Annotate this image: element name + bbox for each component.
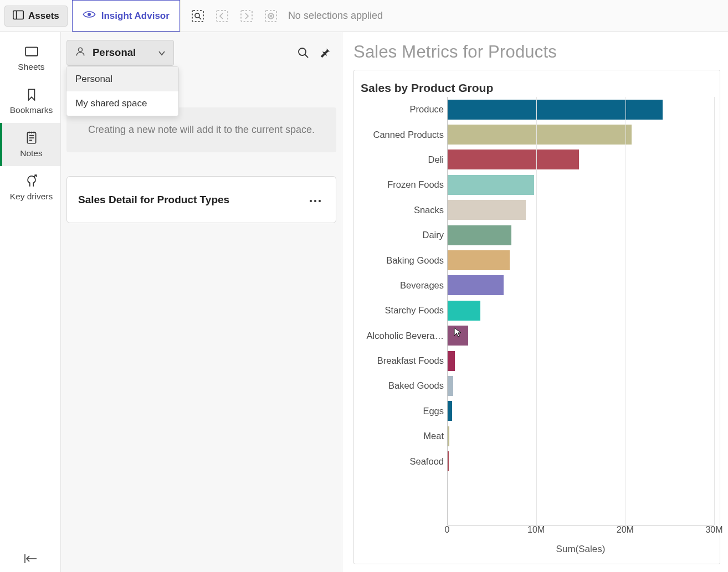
note-card[interactable]: Sales Detail for Product Types xyxy=(66,176,336,223)
svg-point-2 xyxy=(88,13,91,16)
chart-x-axis: Sum(Sales) 010M20M30M xyxy=(447,525,714,558)
assets-label: Assets xyxy=(28,11,59,22)
chart-category-label: Meat xyxy=(360,424,447,449)
x-tick-label: 20M xyxy=(617,525,634,535)
assets-button[interactable]: Assets xyxy=(4,6,68,27)
svg-point-4 xyxy=(195,13,199,18)
user-icon xyxy=(75,46,86,60)
bookmark-icon xyxy=(24,87,39,102)
chart-bar[interactable] xyxy=(448,401,452,421)
chart-category-label: Starchy Foods xyxy=(360,298,447,323)
search-icon xyxy=(296,46,310,59)
chart-bar[interactable] xyxy=(448,326,468,346)
rail-label: Bookmarks xyxy=(10,105,53,115)
notes-panel: Personal Personal My shared space xyxy=(61,32,342,572)
chart-category-labels: ProduceCanned ProductsDeliFrozen FoodsSn… xyxy=(360,97,447,525)
left-rail: Sheets Bookmarks Notes Key drivers xyxy=(0,32,61,572)
chart-category-label: Baked Goods xyxy=(360,373,447,398)
svg-rect-12 xyxy=(25,47,38,55)
space-dropdown-menu: Personal My shared space xyxy=(66,66,179,116)
rail-label: Notes xyxy=(20,148,43,158)
chart-bar[interactable] xyxy=(448,150,579,169)
x-tick-label: 10M xyxy=(527,525,545,535)
svg-rect-7 xyxy=(241,11,252,22)
svg-point-24 xyxy=(79,48,83,51)
note-card-title: Sales Detail for Product Types xyxy=(78,194,229,206)
chart-bar[interactable] xyxy=(448,426,449,446)
chart-category-label: Eggs xyxy=(360,399,447,424)
chart-category-label: Frozen Foods xyxy=(360,172,447,197)
space-option-shared[interactable]: My shared space xyxy=(66,91,178,116)
x-tick-label: 30M xyxy=(705,525,722,535)
chart-category-label: Produce xyxy=(360,97,447,122)
chart-bar[interactable] xyxy=(448,100,663,120)
pin-icon xyxy=(319,47,331,59)
chart-bar[interactable] xyxy=(448,125,632,145)
chart-card: Sales by Product Group ProduceCanned Pro… xyxy=(353,70,720,564)
space-dropdown[interactable]: Personal xyxy=(66,40,174,66)
rail-label: Key drivers xyxy=(10,192,53,202)
chart-bar[interactable] xyxy=(448,451,449,471)
chart-category-label: Dairy xyxy=(360,223,447,248)
sheet-icon xyxy=(24,44,39,59)
svg-line-26 xyxy=(305,55,309,58)
top-toolbar: Assets Insight Advisor xyxy=(0,0,728,32)
smart-search-icon[interactable] xyxy=(191,9,205,23)
chart-bar[interactable] xyxy=(448,200,526,220)
chart-category-label: Beverages xyxy=(360,273,447,298)
svg-rect-6 xyxy=(217,11,228,22)
chart-bar[interactable] xyxy=(448,376,453,396)
no-selections-label: No selections applied xyxy=(288,10,383,22)
rail-item-bookmarks[interactable]: Bookmarks xyxy=(0,80,60,123)
chart-category-label: Canned Products xyxy=(360,122,447,147)
chart-bar[interactable] xyxy=(448,225,511,245)
rail-label: Sheets xyxy=(18,62,44,72)
right-panel: Sales Metrics for Products Sales by Prod… xyxy=(342,32,728,572)
chart-bar[interactable] xyxy=(448,250,510,270)
svg-rect-3 xyxy=(192,11,203,22)
chart-title: Sales by Product Group xyxy=(360,81,714,95)
pin-button[interactable] xyxy=(314,42,336,64)
x-axis-label: Sum(Sales) xyxy=(447,544,714,555)
collapse-rail-button[interactable] xyxy=(0,553,60,564)
chart-bar[interactable] xyxy=(448,351,455,371)
rail-item-keydrivers[interactable]: Key drivers xyxy=(0,166,60,209)
chart-bar[interactable] xyxy=(448,175,534,195)
svg-point-27 xyxy=(310,200,312,202)
chart-category-label: Breakfast Foods xyxy=(360,348,447,373)
clear-selections-icon[interactable] xyxy=(264,9,278,23)
chart-body: ProduceCanned ProductsDeliFrozen FoodsSn… xyxy=(360,97,714,525)
panel-icon xyxy=(13,10,24,23)
svg-point-29 xyxy=(319,200,321,202)
eye-icon xyxy=(83,9,96,23)
chart-plot-area[interactable] xyxy=(447,97,714,525)
rail-item-notes[interactable]: Notes xyxy=(0,123,60,166)
chart-bar[interactable] xyxy=(448,275,504,295)
chart-category-label: Seafood xyxy=(360,449,447,473)
selection-tools xyxy=(180,0,288,32)
notes-icon xyxy=(24,131,39,145)
more-icon xyxy=(309,199,321,203)
chevron-down-icon xyxy=(158,47,166,59)
space-option-personal[interactable]: Personal xyxy=(66,67,178,91)
space-selected-label: Personal xyxy=(93,47,136,59)
svg-rect-0 xyxy=(13,11,23,19)
chart-category-label: Deli xyxy=(360,147,447,172)
rail-item-sheets[interactable]: Sheets xyxy=(0,37,60,80)
chart-bar[interactable] xyxy=(448,301,480,321)
search-notes-button[interactable] xyxy=(292,42,314,64)
svg-line-5 xyxy=(199,17,201,19)
step-forward-icon[interactable] xyxy=(239,9,254,23)
insight-label: Insight Advisor xyxy=(101,11,170,22)
x-tick-label: 0 xyxy=(445,525,450,535)
collapse-icon xyxy=(23,553,38,564)
notes-info-text: Creating a new note will add it to the c… xyxy=(88,124,315,135)
chart-category-label: Baking Goods xyxy=(360,248,447,272)
insight-advisor-button[interactable]: Insight Advisor xyxy=(72,0,180,32)
note-card-menu-button[interactable] xyxy=(306,191,325,208)
keydrivers-icon xyxy=(24,174,39,188)
chart-category-label: Snacks xyxy=(360,198,447,223)
chart-category-label: Alcoholic Bevera… xyxy=(360,323,447,348)
page-title: Sales Metrics for Products xyxy=(353,42,720,62)
step-back-icon[interactable] xyxy=(215,9,229,23)
